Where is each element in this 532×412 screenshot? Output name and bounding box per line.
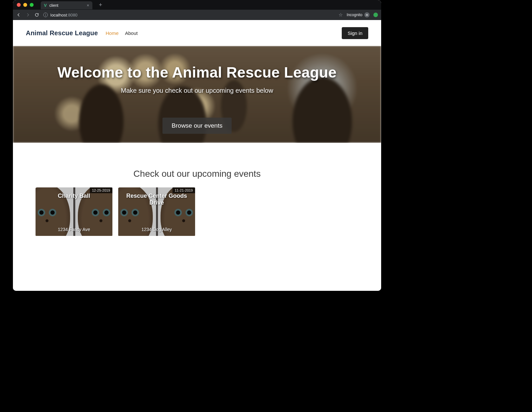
extension-icon[interactable] xyxy=(373,13,378,17)
event-title: Charity Ball xyxy=(58,193,90,199)
hero-heading: Welcome to the Animal Rescue League xyxy=(57,64,337,81)
url-host: localhost xyxy=(50,13,67,17)
event-location: 1234 Dog Alley xyxy=(141,227,172,232)
window-titlebar: V client × + xyxy=(13,0,381,10)
browser-window: V client × + i localhost:8080 xyxy=(13,0,381,291)
site-info-icon[interactable]: i xyxy=(43,13,48,17)
nav-links: Home About xyxy=(106,30,138,36)
url-text: localhost:8080 xyxy=(50,13,78,17)
event-location: 1234 Fancy Ave xyxy=(58,227,90,232)
svg-point-0 xyxy=(366,15,367,16)
event-card[interactable]: 11-21-2019 Rescue Center Goods Drive 123… xyxy=(118,187,195,236)
events-section: Check out our upcoming events 12-25-2019… xyxy=(13,143,381,249)
close-tab-icon[interactable]: × xyxy=(87,3,89,7)
sign-in-button[interactable]: Sign in xyxy=(342,27,368,39)
hero: Welcome to the Animal Rescue League Make… xyxy=(13,46,381,143)
incognito-icon xyxy=(364,12,370,17)
bookmark-icon[interactable]: ☆ xyxy=(339,12,343,18)
reload-icon[interactable] xyxy=(34,13,39,17)
event-card[interactable]: 12-25-2019 Charity Ball 1234 Fancy Ave xyxy=(36,187,112,236)
nav-link-home[interactable]: Home xyxy=(106,30,119,36)
traffic-lights xyxy=(17,3,34,7)
page-viewport: Animal Rescue League Home About Sign in … xyxy=(13,20,381,291)
event-title: Rescue Center Goods Drive xyxy=(126,193,187,206)
incognito-indicator: Incognito xyxy=(347,12,370,17)
browse-events-button[interactable]: Browse our events xyxy=(162,118,231,134)
browser-tab[interactable]: V client × xyxy=(41,1,92,9)
back-icon[interactable] xyxy=(16,13,21,17)
incognito-label: Incognito xyxy=(347,13,362,17)
brand-logo[interactable]: Animal Rescue League xyxy=(26,29,98,37)
browser-toolbar: i localhost:8080 ☆ Incognito xyxy=(13,10,381,20)
events-heading: Check out our upcoming events xyxy=(36,169,359,179)
close-window-icon[interactable] xyxy=(17,3,21,7)
fullscreen-window-icon[interactable] xyxy=(30,3,34,7)
minimize-window-icon[interactable] xyxy=(23,3,27,7)
nav-link-about[interactable]: About xyxy=(125,30,138,36)
url-port: :8080 xyxy=(67,13,78,17)
vue-favicon-icon: V xyxy=(44,3,47,7)
tab-title: client xyxy=(49,3,58,8)
event-date-badge: 12-25-2019 xyxy=(90,187,112,193)
svg-point-1 xyxy=(367,15,368,16)
forward-icon[interactable] xyxy=(25,13,30,17)
new-tab-icon[interactable]: + xyxy=(99,2,102,8)
event-card-list: 12-25-2019 Charity Ball 1234 Fancy Ave 1… xyxy=(36,187,359,236)
site-header: Animal Rescue League Home About Sign in xyxy=(13,20,381,46)
hero-subheading: Make sure you check out our upcoming eve… xyxy=(121,87,273,94)
address-bar[interactable]: i localhost:8080 xyxy=(43,13,335,17)
